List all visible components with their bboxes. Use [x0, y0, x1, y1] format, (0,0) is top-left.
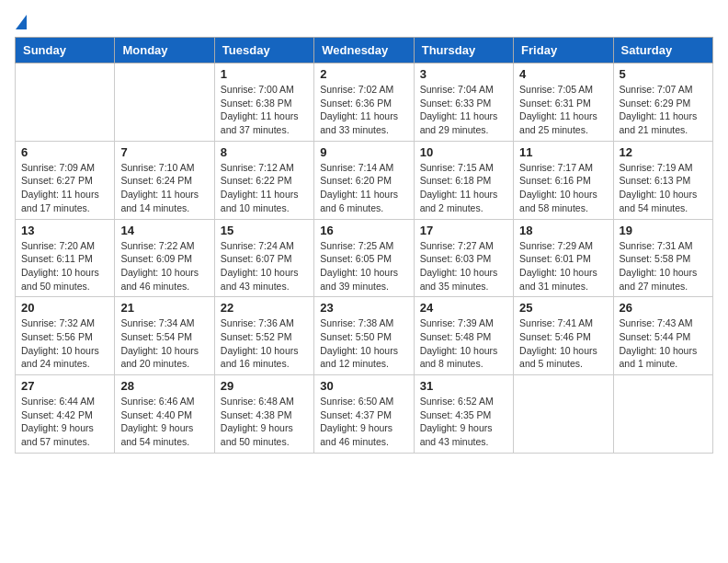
- table-row: 24Sunrise: 7:39 AM Sunset: 5:48 PM Dayli…: [414, 297, 513, 375]
- day-number: 28: [120, 379, 208, 393]
- table-row: 13Sunrise: 7:20 AM Sunset: 6:11 PM Dayli…: [16, 219, 115, 297]
- table-row: [115, 63, 214, 142]
- day-number: 14: [120, 224, 208, 237]
- day-number: 4: [519, 67, 607, 81]
- day-info: Sunrise: 7:38 AM Sunset: 5:50 PM Dayligh…: [320, 316, 407, 371]
- day-number: 9: [320, 145, 407, 159]
- day-info: Sunrise: 6:46 AM Sunset: 4:40 PM Dayligh…: [120, 395, 208, 449]
- header-thursday: Thursday: [414, 38, 513, 63]
- day-info: Sunrise: 6:44 AM Sunset: 4:42 PM Dayligh…: [21, 395, 108, 449]
- day-info: Sunrise: 7:41 AM Sunset: 5:46 PM Dayligh…: [519, 316, 607, 371]
- calendar-week-row: 27Sunrise: 6:44 AM Sunset: 4:42 PM Dayli…: [16, 375, 713, 454]
- table-row: 9Sunrise: 7:14 AM Sunset: 6:20 PM Daylig…: [314, 141, 414, 219]
- day-number: 5: [620, 67, 707, 81]
- table-row: 15Sunrise: 7:24 AM Sunset: 6:07 PM Dayli…: [214, 219, 313, 297]
- day-number: 15: [221, 224, 308, 237]
- day-info: Sunrise: 7:19 AM Sunset: 6:13 PM Dayligh…: [620, 161, 707, 215]
- table-row: 10Sunrise: 7:15 AM Sunset: 6:18 PM Dayli…: [414, 141, 513, 219]
- day-info: Sunrise: 7:04 AM Sunset: 6:33 PM Dayligh…: [420, 83, 507, 137]
- day-info: Sunrise: 7:15 AM Sunset: 6:18 PM Dayligh…: [420, 161, 507, 215]
- day-number: 31: [420, 379, 507, 393]
- day-info: Sunrise: 7:07 AM Sunset: 6:29 PM Dayligh…: [620, 83, 707, 137]
- day-info: Sunrise: 6:52 AM Sunset: 4:35 PM Dayligh…: [420, 395, 507, 449]
- day-number: 10: [420, 145, 507, 159]
- calendar: Sunday Monday Tuesday Wednesday Thursday…: [15, 37, 713, 454]
- table-row: 1Sunrise: 7:00 AM Sunset: 6:38 PM Daylig…: [214, 63, 313, 142]
- day-number: 12: [620, 145, 707, 159]
- day-number: 13: [21, 224, 108, 237]
- day-number: 20: [21, 301, 108, 315]
- day-number: 3: [420, 67, 507, 81]
- table-row: 8Sunrise: 7:12 AM Sunset: 6:22 PM Daylig…: [214, 141, 313, 219]
- day-number: 1: [221, 67, 308, 81]
- day-number: 16: [320, 224, 407, 237]
- header-sunday: Sunday: [16, 38, 115, 63]
- day-info: Sunrise: 7:05 AM Sunset: 6:31 PM Dayligh…: [519, 83, 607, 137]
- table-row: 22Sunrise: 7:36 AM Sunset: 5:52 PM Dayli…: [214, 297, 313, 375]
- table-row: 11Sunrise: 7:17 AM Sunset: 6:16 PM Dayli…: [514, 141, 613, 219]
- table-row: 28Sunrise: 6:46 AM Sunset: 4:40 PM Dayli…: [115, 375, 214, 454]
- table-row: 12Sunrise: 7:19 AM Sunset: 6:13 PM Dayli…: [613, 141, 712, 219]
- day-number: 24: [420, 301, 507, 315]
- table-row: 2Sunrise: 7:02 AM Sunset: 6:36 PM Daylig…: [314, 63, 414, 142]
- day-number: 18: [519, 224, 607, 237]
- day-number: 22: [221, 301, 308, 315]
- day-info: Sunrise: 7:02 AM Sunset: 6:36 PM Dayligh…: [320, 83, 407, 137]
- day-info: Sunrise: 6:50 AM Sunset: 4:37 PM Dayligh…: [320, 395, 407, 449]
- day-number: 2: [320, 67, 407, 81]
- day-info: Sunrise: 7:31 AM Sunset: 5:58 PM Dayligh…: [620, 239, 707, 293]
- table-row: 21Sunrise: 7:34 AM Sunset: 5:54 PM Dayli…: [115, 297, 214, 375]
- day-number: 19: [620, 224, 707, 237]
- day-info: Sunrise: 7:14 AM Sunset: 6:20 PM Dayligh…: [320, 161, 407, 215]
- day-info: Sunrise: 7:43 AM Sunset: 5:44 PM Dayligh…: [620, 316, 707, 371]
- day-number: 26: [620, 301, 707, 315]
- header-wednesday: Wednesday: [314, 38, 414, 63]
- day-info: Sunrise: 7:24 AM Sunset: 6:07 PM Dayligh…: [221, 239, 308, 293]
- table-row: [613, 375, 712, 454]
- header-friday: Friday: [514, 38, 613, 63]
- table-row: 3Sunrise: 7:04 AM Sunset: 6:33 PM Daylig…: [414, 63, 513, 142]
- table-row: 19Sunrise: 7:31 AM Sunset: 5:58 PM Dayli…: [613, 219, 712, 297]
- table-row: 29Sunrise: 6:48 AM Sunset: 4:38 PM Dayli…: [214, 375, 313, 454]
- table-row: 14Sunrise: 7:22 AM Sunset: 6:09 PM Dayli…: [115, 219, 214, 297]
- day-info: Sunrise: 7:22 AM Sunset: 6:09 PM Dayligh…: [120, 239, 208, 293]
- table-row: 6Sunrise: 7:09 AM Sunset: 6:27 PM Daylig…: [16, 141, 115, 219]
- header-monday: Monday: [115, 38, 214, 63]
- day-info: Sunrise: 7:12 AM Sunset: 6:22 PM Dayligh…: [221, 161, 308, 215]
- day-number: 8: [221, 145, 308, 159]
- calendar-header-row: Sunday Monday Tuesday Wednesday Thursday…: [16, 38, 713, 63]
- day-number: 27: [21, 379, 108, 393]
- day-info: Sunrise: 6:48 AM Sunset: 4:38 PM Dayligh…: [221, 395, 308, 449]
- table-row: 31Sunrise: 6:52 AM Sunset: 4:35 PM Dayli…: [414, 375, 513, 454]
- table-row: [16, 63, 115, 142]
- table-row: 26Sunrise: 7:43 AM Sunset: 5:44 PM Dayli…: [613, 297, 712, 375]
- table-row: 25Sunrise: 7:41 AM Sunset: 5:46 PM Dayli…: [514, 297, 613, 375]
- table-row: 23Sunrise: 7:38 AM Sunset: 5:50 PM Dayli…: [314, 297, 414, 375]
- table-row: [514, 375, 613, 454]
- day-info: Sunrise: 7:00 AM Sunset: 6:38 PM Dayligh…: [221, 83, 308, 137]
- day-info: Sunrise: 7:27 AM Sunset: 6:03 PM Dayligh…: [420, 239, 507, 293]
- day-info: Sunrise: 7:17 AM Sunset: 6:16 PM Dayligh…: [519, 161, 607, 215]
- day-info: Sunrise: 7:25 AM Sunset: 6:05 PM Dayligh…: [320, 239, 407, 293]
- day-number: 23: [320, 301, 407, 315]
- header-saturday: Saturday: [613, 38, 712, 63]
- day-number: 17: [420, 224, 507, 237]
- day-number: 29: [221, 379, 308, 393]
- day-info: Sunrise: 7:36 AM Sunset: 5:52 PM Dayligh…: [221, 316, 308, 371]
- table-row: 17Sunrise: 7:27 AM Sunset: 6:03 PM Dayli…: [414, 219, 513, 297]
- calendar-week-row: 6Sunrise: 7:09 AM Sunset: 6:27 PM Daylig…: [16, 141, 713, 219]
- table-row: 5Sunrise: 7:07 AM Sunset: 6:29 PM Daylig…: [613, 63, 712, 142]
- calendar-week-row: 20Sunrise: 7:32 AM Sunset: 5:56 PM Dayli…: [16, 297, 713, 375]
- day-info: Sunrise: 7:32 AM Sunset: 5:56 PM Dayligh…: [21, 316, 108, 371]
- table-row: 30Sunrise: 6:50 AM Sunset: 4:37 PM Dayli…: [314, 375, 414, 454]
- table-row: 18Sunrise: 7:29 AM Sunset: 6:01 PM Dayli…: [514, 219, 613, 297]
- table-row: 4Sunrise: 7:05 AM Sunset: 6:31 PM Daylig…: [514, 63, 613, 142]
- day-info: Sunrise: 7:10 AM Sunset: 6:24 PM Dayligh…: [120, 161, 208, 215]
- day-number: 25: [519, 301, 607, 315]
- day-info: Sunrise: 7:29 AM Sunset: 6:01 PM Dayligh…: [519, 239, 607, 293]
- day-number: 21: [120, 301, 208, 315]
- calendar-week-row: 13Sunrise: 7:20 AM Sunset: 6:11 PM Dayli…: [16, 219, 713, 297]
- table-row: 27Sunrise: 6:44 AM Sunset: 4:42 PM Dayli…: [16, 375, 115, 454]
- day-info: Sunrise: 7:34 AM Sunset: 5:54 PM Dayligh…: [120, 316, 208, 371]
- day-number: 7: [120, 145, 208, 159]
